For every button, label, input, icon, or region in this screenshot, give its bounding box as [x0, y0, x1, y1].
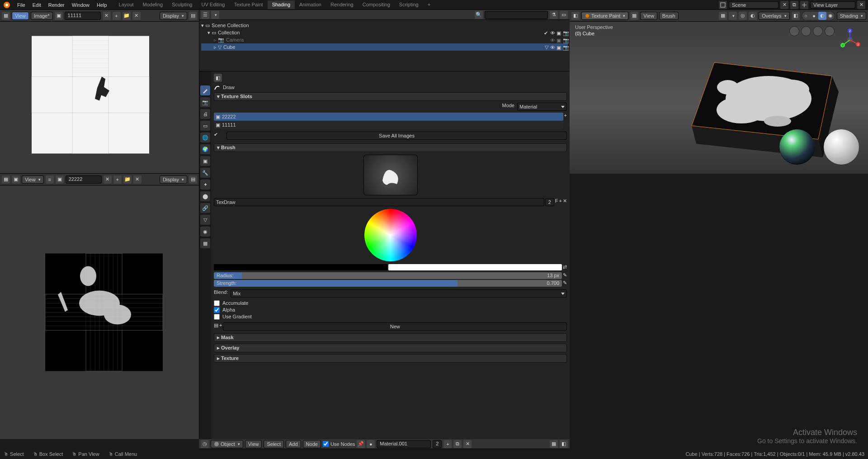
- radius-pressure-icon[interactable]: ✎: [563, 272, 567, 279]
- uv-top-view-button[interactable]: View: [12, 12, 29, 20]
- tab-animation[interactable]: Animation: [295, 0, 326, 9]
- properties-tab-physics[interactable]: ⬤: [200, 191, 210, 201]
- tab-rendering[interactable]: Rendering: [326, 0, 358, 9]
- node-editor-type-icon[interactable]: ◷: [201, 440, 209, 448]
- material-users-field[interactable]: 2: [433, 440, 442, 448]
- uv-top-options-icon[interactable]: ▤: [189, 12, 197, 20]
- outliner-collection[interactable]: ▾ ▭Collection ✔👁▣📷: [201, 29, 568, 36]
- viewport-shade-solid-icon[interactable]: ●: [810, 12, 818, 20]
- material-name-field[interactable]: Material.001: [377, 440, 431, 448]
- palette-add-icon[interactable]: +: [219, 322, 222, 331]
- node-select-menu[interactable]: Select: [264, 440, 284, 448]
- tab-shading[interactable]: Shading: [268, 0, 295, 9]
- node-add-menu[interactable]: Add: [286, 440, 301, 448]
- node-shader-type[interactable]: Object: [211, 440, 243, 448]
- brush-new-icon[interactable]: +: [559, 198, 562, 206]
- scene-browse-icon[interactable]: [719, 1, 727, 9]
- viewport-shade-lookdev-icon[interactable]: ◐: [818, 12, 826, 20]
- viewlayer-delete-button[interactable]: ✕: [857, 1, 865, 9]
- tab-uv-editing[interactable]: UV Editing: [197, 0, 229, 9]
- tab-scripting[interactable]: Scripting: [395, 0, 423, 9]
- outliner-type-icon[interactable]: ☰: [201, 11, 209, 19]
- use-nodes-input[interactable]: [323, 441, 329, 447]
- uv-bottom-render-icon[interactable]: ▣: [12, 175, 20, 184]
- palette-new-button[interactable]: New: [223, 322, 567, 331]
- outliner-camera[interactable]: ▹ 📷Camera 👁▣📷: [201, 36, 568, 43]
- properties-tab-data[interactable]: ▽: [200, 215, 210, 225]
- properties-tab-world[interactable]: 🌍: [200, 144, 210, 154]
- viewport-overlays-toggle[interactable]: Overlays: [759, 12, 789, 20]
- viewport-snap-icon[interactable]: ▦: [719, 12, 727, 20]
- hdri-sphere-icon[interactable]: [779, 129, 815, 165]
- uv-bottom-display-menu[interactable]: Display: [160, 175, 187, 184]
- panel-texture-slots[interactable]: ▾ Texture Slots: [214, 92, 567, 101]
- outliner-new-collection-icon[interactable]: ▭: [560, 11, 568, 19]
- uv-top-unlink-button[interactable]: ✕: [103, 12, 111, 20]
- viewport-shade-wire-icon[interactable]: ○: [802, 12, 810, 20]
- viewlayer-browse-icon[interactable]: [800, 1, 808, 9]
- uv-bottom-canvas[interactable]: [0, 185, 199, 439]
- outliner-display-mode[interactable]: [211, 11, 219, 19]
- viewport-zoom-icon[interactable]: [789, 26, 799, 36]
- scene-new-button[interactable]: ✕: [780, 1, 788, 9]
- uv-bottom-editor-type-icon[interactable]: ▦: [2, 175, 10, 184]
- color-wheel[interactable]: [364, 209, 417, 261]
- properties-tab-viewlayer[interactable]: ▭: [200, 121, 210, 131]
- uv-bottom-new-button[interactable]: +: [113, 175, 122, 184]
- viewport-view-menu[interactable]: View: [640, 12, 657, 20]
- palette-type-icon[interactable]: ▤: [214, 322, 218, 331]
- uv-bottom-image-browse-icon[interactable]: ▣: [56, 175, 64, 184]
- uv-bottom-view-menu[interactable]: View: [22, 175, 44, 184]
- shading-preview-spheres[interactable]: [779, 129, 859, 165]
- menu-file[interactable]: File: [14, 1, 29, 9]
- properties-tab-modifier[interactable]: 🔧: [200, 168, 210, 178]
- viewport-move-icon[interactable]: [801, 26, 811, 36]
- tab-layout[interactable]: Layout: [114, 0, 138, 9]
- viewport-shade-rendered-icon[interactable]: ◉: [826, 12, 835, 20]
- use-gradient-checkbox[interactable]: Use Gradient: [214, 314, 567, 320]
- panel-texture[interactable]: ▸ Texture: [214, 354, 567, 363]
- uv-top-image-menu[interactable]: Image*: [31, 12, 53, 20]
- strength-pressure-icon[interactable]: ✎: [563, 280, 567, 287]
- uv-bottom-unlink-button[interactable]: ✕: [104, 175, 112, 184]
- menu-edit[interactable]: Edit: [29, 1, 45, 9]
- uv-top-editor-type-icon[interactable]: ▦: [2, 12, 10, 20]
- brush-users[interactable]: 2: [545, 198, 554, 206]
- uv-top-delete-button[interactable]: ✕: [132, 12, 141, 20]
- color-swap-icon[interactable]: ⇄: [563, 264, 567, 270]
- viewport-shading-popover[interactable]: Shading: [837, 12, 866, 20]
- viewport-snap-options[interactable]: [729, 12, 737, 20]
- scene-copy-button[interactable]: ⧉: [790, 1, 798, 9]
- properties-tab-object[interactable]: ▣: [200, 156, 210, 166]
- material-unlink-icon[interactable]: ✕: [463, 440, 472, 448]
- matte-sphere-icon[interactable]: [824, 129, 859, 165]
- viewport-proportional-icon[interactable]: ◎: [739, 12, 747, 20]
- panel-brush[interactable]: ▾ Brush: [214, 143, 567, 152]
- outliner-tree[interactable]: ▾ ▭Scene Collection ▾ ▭Collection ✔👁▣📷 ▹…: [199, 20, 570, 52]
- accumulate-checkbox[interactable]: Accumulate: [214, 300, 567, 306]
- node-overlay-icon[interactable]: ◧: [560, 440, 568, 448]
- save-images-check-icon[interactable]: ✔: [214, 132, 225, 140]
- outliner-search-field[interactable]: [485, 11, 548, 19]
- blend-mode-select[interactable]: Mix: [231, 289, 567, 298]
- properties-tab-texture[interactable]: ▦: [200, 238, 210, 248]
- viewport-camera-icon[interactable]: [813, 26, 823, 36]
- menu-window[interactable]: Window: [68, 1, 93, 9]
- panel-overlay[interactable]: ▸ Overlay: [214, 344, 567, 352]
- save-all-images-button[interactable]: Save All Images: [226, 132, 567, 140]
- texture-slot-11111[interactable]: ▣11111: [214, 121, 563, 129]
- add-workspace-button[interactable]: +: [423, 0, 435, 9]
- uv-bottom-options-icon[interactable]: ≡: [46, 175, 54, 184]
- tab-compositing[interactable]: Compositing: [358, 0, 395, 9]
- material-new-icon[interactable]: +: [443, 440, 452, 448]
- brush-unlink-icon[interactable]: ✕: [563, 198, 567, 206]
- node-pin-icon[interactable]: 📌: [357, 440, 365, 448]
- brush-name-field[interactable]: TexDraw: [214, 198, 544, 206]
- properties-tab-render[interactable]: 📷: [200, 97, 210, 107]
- texture-slots-mode-select[interactable]: Material: [517, 103, 567, 111]
- color-secondary-swatch[interactable]: [388, 264, 562, 270]
- properties-tab-scene[interactable]: 🌐: [200, 132, 210, 142]
- viewport-gizmo-toggle-icon[interactable]: ◐: [749, 12, 757, 20]
- viewport-mode-select[interactable]: Texture Paint: [581, 12, 628, 20]
- uv-bottom-overlay-icon[interactable]: ▤: [189, 175, 197, 184]
